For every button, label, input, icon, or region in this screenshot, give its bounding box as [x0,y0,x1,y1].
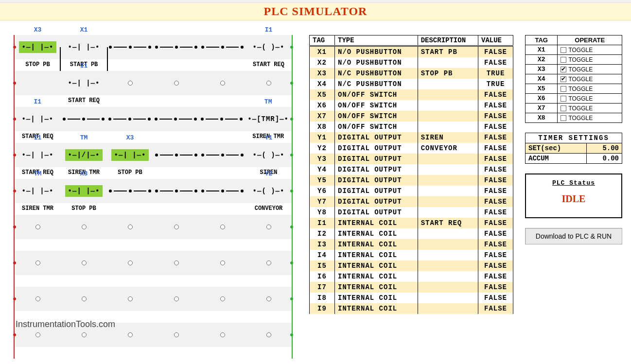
rung-slot[interactable] [153,71,199,95]
contact-tag: I1 [245,26,292,34]
plc-status-box: PLC Status IDLE [525,173,622,218]
rung-slot[interactable] [106,107,153,131]
rung-slot[interactable]: •—( )—•Y1SIREN [245,143,292,167]
empty-slot-icon [220,332,225,337]
rung-slot[interactable] [245,287,292,311]
checkbox-icon[interactable] [561,86,566,92]
rung-slot[interactable] [245,215,292,239]
coil-contact[interactable]: •—( )—• [250,149,288,161]
no-contact[interactable]: •—| |—• [18,113,56,125]
rung-slot[interactable]: •—| |—•X1START PB [61,35,107,59]
wire [153,107,199,131]
empty-slot-icon [174,332,179,337]
tag-cell: X4 [310,79,335,89]
download-run-button[interactable]: Download to PLC & RUN [525,228,622,244]
rung-slot[interactable] [107,287,153,311]
rung-slot[interactable] [15,215,61,239]
rung-slot[interactable]: •—| |—•I1START REQ [15,143,61,167]
checkbox-icon[interactable] [561,115,566,121]
rung-slot[interactable] [15,251,61,275]
rung-slot[interactable] [107,71,153,95]
rung-slot[interactable] [199,215,245,239]
rung-slot[interactable] [199,107,245,131]
checkbox-icon[interactable] [561,67,566,72]
toggle-cell[interactable]: TOGGLE [558,55,622,65]
rung-slot[interactable] [199,71,245,95]
no-contact[interactable]: •—| |—• [65,41,103,53]
no-contact[interactable]: •—| |—• [19,185,57,197]
rung-slot[interactable] [153,107,199,131]
tag-table-header: TAG [310,35,335,46]
type-cell: INTERNAL COIL [335,303,418,314]
rung-slot[interactable] [15,71,61,95]
rung-slot[interactable] [153,215,199,239]
rung-slot[interactable]: •—| |—•I1START REQ [61,71,107,95]
no-contact[interactable]: •—| |—• [19,41,57,53]
empty-slot-icon [174,296,179,301]
contact-desc: STOP PB [15,61,61,68]
rung-slot[interactable] [107,35,153,59]
rung-slot[interactable] [153,143,199,167]
rung-slot[interactable] [199,323,245,347]
toggle-cell[interactable]: TOGGLE [558,45,622,55]
tag-table-header: DESCRIPTION [418,35,478,46]
rung-slot[interactable]: •—| |—•X3STOP PB [61,179,107,203]
tag-table-row: Y8DIGITAL OUTPUTFALSE [310,207,513,218]
toggle-cell[interactable]: TOGGLE [558,113,622,123]
no-contact[interactable]: •—| |—• [65,77,103,89]
nc-contact[interactable]: •—|/|—• [65,149,103,161]
rung-slot[interactable] [107,215,153,239]
rung-slot[interactable] [245,251,292,275]
no-contact[interactable]: •—| |—• [19,149,57,161]
rung-slot[interactable] [153,323,199,347]
rung-slot[interactable] [61,215,107,239]
toggle-cell[interactable]: TOGGLE [558,84,622,94]
rung-slot[interactable] [107,179,153,203]
rung-slot[interactable] [199,179,245,203]
rung-slot[interactable] [199,251,245,275]
rung-slot[interactable] [245,71,292,95]
rung-slot[interactable] [245,323,292,347]
rung-slot[interactable] [153,179,199,203]
toggle-cell[interactable]: TOGGLE [558,104,622,113]
empty-slot-icon [82,260,87,265]
rung-slot[interactable] [153,251,199,275]
no-contact[interactable]: •—| |—• [111,149,149,161]
coil-contact[interactable]: •—( )—• [250,41,288,53]
rung-slot[interactable]: •—| |—•X3STOP PB [15,35,61,59]
checkbox-icon[interactable] [561,76,566,82]
rung-slot[interactable]: •—|/|—•TMSIREN TMR [61,143,107,167]
rung-slot[interactable] [61,287,107,311]
rung-slot[interactable]: •—( )—•I1START REQ [245,35,292,59]
tag-table-row: X1N/O PUSHBUTTONSTART PBFALSE [310,46,513,58]
checkbox-icon[interactable] [561,57,566,63]
rung-slot[interactable] [61,251,107,275]
checkbox-icon[interactable] [561,47,566,53]
rung-slot[interactable]: •—| |—•TMSIREN TMR [15,179,61,203]
checkbox-icon[interactable] [561,105,566,111]
rung-slot[interactable] [199,35,245,59]
operate-tag: X8 [526,113,558,123]
toggle-cell[interactable]: TOGGLE [558,74,622,84]
rung-slot[interactable]: •—( )—•Y2CONVEYOR [245,179,292,203]
tmr-contact[interactable]: •—[TMR]—• [245,113,292,125]
rung-slot[interactable] [107,251,153,275]
rung-slot[interactable] [61,107,107,131]
toggle-cell[interactable]: TOGGLE [558,94,622,104]
rung-slot[interactable] [15,287,61,311]
coil-contact[interactable]: •—( )—• [250,185,288,197]
desc-cell: CONVEYOR [418,143,478,154]
rung-slot[interactable] [153,35,199,59]
no-contact[interactable]: •—| |—• [65,185,103,197]
desc-cell [418,79,478,89]
toggle-cell[interactable]: TOGGLE [558,65,622,74]
tag-cell: X7 [310,111,335,121]
rung-slot[interactable] [153,287,199,311]
rung-slot[interactable]: •—| |—•I1START REQ [15,107,61,131]
tag-cell: X1 [310,46,335,58]
rung-slot[interactable] [199,287,245,311]
checkbox-icon[interactable] [561,96,566,102]
rung-slot[interactable] [199,143,245,167]
rung-slot[interactable]: •—| |—•X3STOP PB [107,143,153,167]
rung-slot[interactable]: •—[TMR]—•TMSIREN TMR [245,107,292,131]
